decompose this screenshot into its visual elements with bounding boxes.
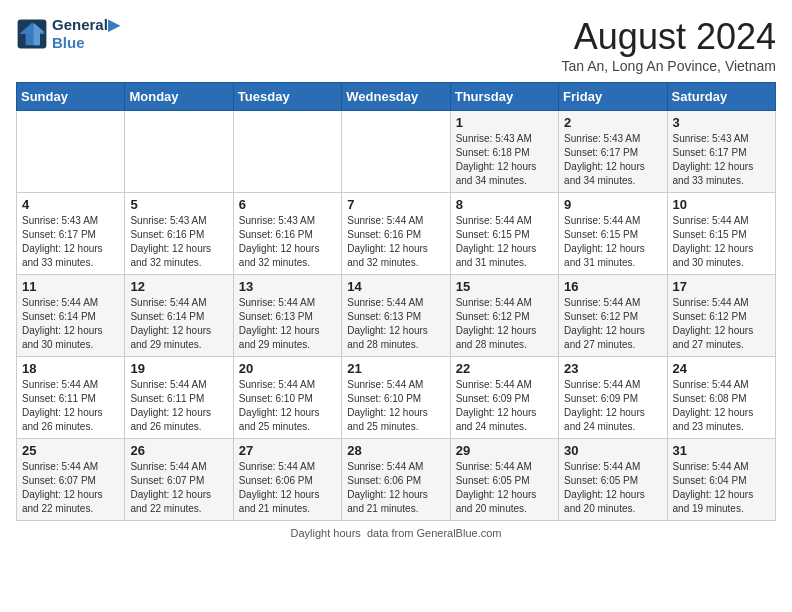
location: Tan An, Long An Povince, Vietnam (561, 58, 776, 74)
title-area: August 2024 Tan An, Long An Povince, Vie… (561, 16, 776, 74)
calendar-week-row: 25Sunrise: 5:44 AM Sunset: 6:07 PM Dayli… (17, 439, 776, 521)
calendar-cell: 2Sunrise: 5:43 AM Sunset: 6:17 PM Daylig… (559, 111, 667, 193)
calendar-cell: 29Sunrise: 5:44 AM Sunset: 6:05 PM Dayli… (450, 439, 558, 521)
day-number: 6 (239, 197, 336, 212)
day-number: 11 (22, 279, 119, 294)
day-info: Sunrise: 5:44 AM Sunset: 6:06 PM Dayligh… (347, 460, 444, 516)
day-number: 17 (673, 279, 770, 294)
day-info: Sunrise: 5:44 AM Sunset: 6:05 PM Dayligh… (456, 460, 553, 516)
day-of-week-header: Tuesday (233, 83, 341, 111)
day-number: 19 (130, 361, 227, 376)
day-info: Sunrise: 5:44 AM Sunset: 6:12 PM Dayligh… (564, 296, 661, 352)
day-number: 4 (22, 197, 119, 212)
calendar-cell: 6Sunrise: 5:43 AM Sunset: 6:16 PM Daylig… (233, 193, 341, 275)
calendar-cell: 24Sunrise: 5:44 AM Sunset: 6:08 PM Dayli… (667, 357, 775, 439)
calendar-cell: 27Sunrise: 5:44 AM Sunset: 6:06 PM Dayli… (233, 439, 341, 521)
calendar-cell: 10Sunrise: 5:44 AM Sunset: 6:15 PM Dayli… (667, 193, 775, 275)
day-info: Sunrise: 5:44 AM Sunset: 6:12 PM Dayligh… (456, 296, 553, 352)
calendar-cell: 12Sunrise: 5:44 AM Sunset: 6:14 PM Dayli… (125, 275, 233, 357)
calendar-cell (17, 111, 125, 193)
calendar-week-row: 4Sunrise: 5:43 AM Sunset: 6:17 PM Daylig… (17, 193, 776, 275)
calendar-table: SundayMondayTuesdayWednesdayThursdayFrid… (16, 82, 776, 521)
day-number: 8 (456, 197, 553, 212)
daylight-hours-label: Daylight hours (291, 527, 361, 539)
calendar-cell: 5Sunrise: 5:43 AM Sunset: 6:16 PM Daylig… (125, 193, 233, 275)
day-of-week-header: Wednesday (342, 83, 450, 111)
day-info: Sunrise: 5:44 AM Sunset: 6:14 PM Dayligh… (130, 296, 227, 352)
calendar-cell: 1Sunrise: 5:43 AM Sunset: 6:18 PM Daylig… (450, 111, 558, 193)
calendar-cell: 19Sunrise: 5:44 AM Sunset: 6:11 PM Dayli… (125, 357, 233, 439)
calendar-cell (342, 111, 450, 193)
calendar-cell: 30Sunrise: 5:44 AM Sunset: 6:05 PM Dayli… (559, 439, 667, 521)
day-info: Sunrise: 5:44 AM Sunset: 6:11 PM Dayligh… (130, 378, 227, 434)
day-of-week-header: Thursday (450, 83, 558, 111)
day-number: 26 (130, 443, 227, 458)
day-info: Sunrise: 5:44 AM Sunset: 6:15 PM Dayligh… (564, 214, 661, 270)
day-number: 27 (239, 443, 336, 458)
day-info: Sunrise: 5:44 AM Sunset: 6:09 PM Dayligh… (564, 378, 661, 434)
day-number: 3 (673, 115, 770, 130)
logo: General▶ Blue (16, 16, 120, 51)
day-of-week-header: Sunday (17, 83, 125, 111)
calendar-cell: 11Sunrise: 5:44 AM Sunset: 6:14 PM Dayli… (17, 275, 125, 357)
day-number: 30 (564, 443, 661, 458)
calendar-week-row: 11Sunrise: 5:44 AM Sunset: 6:14 PM Dayli… (17, 275, 776, 357)
day-info: Sunrise: 5:44 AM Sunset: 6:13 PM Dayligh… (347, 296, 444, 352)
day-number: 21 (347, 361, 444, 376)
day-of-week-header: Friday (559, 83, 667, 111)
calendar-cell: 7Sunrise: 5:44 AM Sunset: 6:16 PM Daylig… (342, 193, 450, 275)
day-info: Sunrise: 5:44 AM Sunset: 6:06 PM Dayligh… (239, 460, 336, 516)
day-info: Sunrise: 5:43 AM Sunset: 6:17 PM Dayligh… (564, 132, 661, 188)
calendar-cell: 31Sunrise: 5:44 AM Sunset: 6:04 PM Dayli… (667, 439, 775, 521)
day-info: Sunrise: 5:44 AM Sunset: 6:15 PM Dayligh… (673, 214, 770, 270)
day-number: 2 (564, 115, 661, 130)
day-number: 20 (239, 361, 336, 376)
calendar-cell: 18Sunrise: 5:44 AM Sunset: 6:11 PM Dayli… (17, 357, 125, 439)
day-info: Sunrise: 5:44 AM Sunset: 6:10 PM Dayligh… (239, 378, 336, 434)
day-info: Sunrise: 5:43 AM Sunset: 6:16 PM Dayligh… (239, 214, 336, 270)
calendar-cell: 16Sunrise: 5:44 AM Sunset: 6:12 PM Dayli… (559, 275, 667, 357)
day-info: Sunrise: 5:44 AM Sunset: 6:05 PM Dayligh… (564, 460, 661, 516)
day-number: 29 (456, 443, 553, 458)
day-info: Sunrise: 5:44 AM Sunset: 6:15 PM Dayligh… (456, 214, 553, 270)
day-info: Sunrise: 5:44 AM Sunset: 6:16 PM Dayligh… (347, 214, 444, 270)
day-number: 13 (239, 279, 336, 294)
day-number: 23 (564, 361, 661, 376)
calendar-cell: 9Sunrise: 5:44 AM Sunset: 6:15 PM Daylig… (559, 193, 667, 275)
calendar-week-row: 18Sunrise: 5:44 AM Sunset: 6:11 PM Dayli… (17, 357, 776, 439)
day-number: 5 (130, 197, 227, 212)
day-info: Sunrise: 5:44 AM Sunset: 6:12 PM Dayligh… (673, 296, 770, 352)
day-info: Sunrise: 5:44 AM Sunset: 6:07 PM Dayligh… (130, 460, 227, 516)
calendar-cell: 4Sunrise: 5:43 AM Sunset: 6:17 PM Daylig… (17, 193, 125, 275)
calendar-cell: 13Sunrise: 5:44 AM Sunset: 6:13 PM Dayli… (233, 275, 341, 357)
calendar-cell: 25Sunrise: 5:44 AM Sunset: 6:07 PM Dayli… (17, 439, 125, 521)
calendar-cell: 23Sunrise: 5:44 AM Sunset: 6:09 PM Dayli… (559, 357, 667, 439)
day-info: Sunrise: 5:44 AM Sunset: 6:10 PM Dayligh… (347, 378, 444, 434)
day-of-week-header: Saturday (667, 83, 775, 111)
day-info: Sunrise: 5:44 AM Sunset: 6:11 PM Dayligh… (22, 378, 119, 434)
day-number: 25 (22, 443, 119, 458)
footer-note: Daylight hours data from GeneralBlue.com (16, 527, 776, 539)
calendar-cell: 26Sunrise: 5:44 AM Sunset: 6:07 PM Dayli… (125, 439, 233, 521)
day-of-week-header: Monday (125, 83, 233, 111)
day-number: 22 (456, 361, 553, 376)
day-number: 16 (564, 279, 661, 294)
page-header: General▶ Blue August 2024 Tan An, Long A… (16, 16, 776, 74)
day-info: Sunrise: 5:44 AM Sunset: 6:09 PM Dayligh… (456, 378, 553, 434)
day-number: 9 (564, 197, 661, 212)
calendar-cell: 20Sunrise: 5:44 AM Sunset: 6:10 PM Dayli… (233, 357, 341, 439)
calendar-week-row: 1Sunrise: 5:43 AM Sunset: 6:18 PM Daylig… (17, 111, 776, 193)
day-info: Sunrise: 5:44 AM Sunset: 6:04 PM Dayligh… (673, 460, 770, 516)
calendar-cell (233, 111, 341, 193)
day-info: Sunrise: 5:44 AM Sunset: 6:08 PM Dayligh… (673, 378, 770, 434)
day-info: Sunrise: 5:43 AM Sunset: 6:18 PM Dayligh… (456, 132, 553, 188)
day-info: Sunrise: 5:43 AM Sunset: 6:16 PM Dayligh… (130, 214, 227, 270)
day-number: 1 (456, 115, 553, 130)
day-number: 10 (673, 197, 770, 212)
day-number: 15 (456, 279, 553, 294)
day-info: Sunrise: 5:44 AM Sunset: 6:13 PM Dayligh… (239, 296, 336, 352)
calendar-cell (125, 111, 233, 193)
month-year: August 2024 (561, 16, 776, 58)
calendar-header-row: SundayMondayTuesdayWednesdayThursdayFrid… (17, 83, 776, 111)
day-info: Sunrise: 5:44 AM Sunset: 6:14 PM Dayligh… (22, 296, 119, 352)
